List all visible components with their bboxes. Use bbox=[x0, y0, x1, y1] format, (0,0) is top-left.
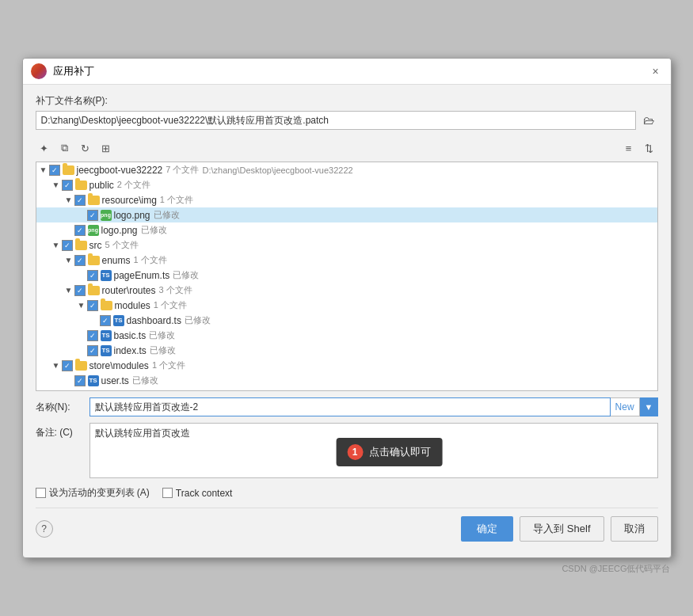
name-input-wrapper: New ▼ bbox=[89, 397, 658, 416]
item-count: 1 个文件 bbox=[152, 359, 185, 371]
root-checkbox[interactable]: ✓ bbox=[49, 165, 60, 176]
arrow-icon bbox=[78, 271, 87, 279]
app-icon bbox=[31, 63, 47, 79]
filter-button[interactable]: ≡ bbox=[620, 139, 638, 157]
root-path: D:\zhang\Desktop\jeecgboot-vue32222 bbox=[202, 165, 352, 175]
item-count: 1 个文件 bbox=[154, 299, 187, 311]
item-checkbox[interactable]: ✓ bbox=[74, 285, 86, 296]
item-name: logo.png bbox=[114, 210, 150, 221]
item-checkbox[interactable]: ✓ bbox=[74, 375, 86, 386]
ts-icon: TS bbox=[101, 270, 112, 281]
active-changelist-checkbox[interactable]: 设为活动的变更列表 (A) bbox=[36, 486, 150, 500]
check-box-icon[interactable] bbox=[36, 488, 46, 498]
item-checkbox[interactable]: ✓ bbox=[74, 225, 86, 236]
patch-file-label: 补丁文件名称(P): bbox=[36, 94, 658, 108]
track-context-label: Track context bbox=[176, 488, 233, 499]
item-checkbox[interactable]: ✓ bbox=[87, 270, 98, 281]
tooltip-overlay: 1 点击确认即可 bbox=[336, 438, 442, 466]
expand-button[interactable]: ⊞ bbox=[97, 139, 115, 157]
arrow-icon: ▼ bbox=[52, 361, 62, 370]
folder-icon bbox=[88, 256, 100, 265]
folder-icon bbox=[75, 361, 87, 371]
item-checkbox[interactable]: ✓ bbox=[62, 240, 73, 251]
copy-button[interactable]: ⧉ bbox=[56, 139, 74, 157]
track-context-checkbox[interactable]: Track context bbox=[162, 488, 233, 499]
help-button[interactable]: ? bbox=[36, 520, 53, 538]
tree-item[interactable]: ✓ TS dashboard.ts 已修改 bbox=[36, 313, 657, 328]
tree-item[interactable]: ▼ ✓ public 2 个文件 bbox=[36, 177, 657, 192]
file-tree-toolbar: ✦ ⧉ ↻ ⊞ ≡ ⇅ bbox=[36, 138, 658, 158]
item-checkbox[interactable]: ✓ bbox=[87, 345, 98, 356]
tree-item[interactable]: ✓ TS user.ts 已修改 bbox=[36, 373, 657, 388]
dialog-title: 应用补丁 bbox=[53, 64, 94, 78]
item-checkbox[interactable]: ✓ bbox=[74, 255, 86, 266]
name-row: 名称(N): New ▼ bbox=[36, 397, 658, 416]
title-bar-left: 应用补丁 bbox=[31, 63, 94, 79]
item-name: router\routes bbox=[102, 285, 156, 296]
arrow-icon: ▼ bbox=[52, 241, 62, 249]
item-count: 3 个文件 bbox=[159, 284, 192, 296]
arrow-icon: ▼ bbox=[40, 165, 49, 174]
title-bar: 应用补丁 × bbox=[23, 59, 671, 85]
item-checkbox[interactable]: ✓ bbox=[87, 300, 98, 311]
check-box-icon[interactable] bbox=[162, 488, 173, 498]
browse-folder-button[interactable]: 🗁 bbox=[639, 111, 658, 130]
item-name: public bbox=[89, 180, 114, 191]
arrow-icon: ▼ bbox=[65, 196, 74, 204]
remark-label: 备注: (C) bbox=[36, 423, 83, 439]
item-status: 已修改 bbox=[185, 314, 211, 326]
item-name: basic.ts bbox=[114, 330, 147, 341]
item-checkbox[interactable]: ✓ bbox=[62, 180, 73, 191]
item-status: 已修改 bbox=[173, 269, 199, 281]
tree-item[interactable]: ▼ ✓ store\modules 1 个文件 bbox=[36, 358, 657, 373]
arrow-icon bbox=[90, 316, 100, 325]
tree-item[interactable]: ✓ TS index.ts 已修改 bbox=[36, 343, 657, 358]
item-checkbox[interactable]: ✓ bbox=[87, 330, 98, 341]
file-path-input[interactable] bbox=[36, 111, 636, 130]
item-name: user.ts bbox=[101, 375, 129, 386]
item-name: dashboard.ts bbox=[127, 315, 181, 326]
folder-icon bbox=[101, 301, 112, 310]
item-count: 1 个文件 bbox=[134, 254, 167, 266]
bottom-section: 名称(N): New ▼ 备注: (C) 默认跳转应用首页改造 1 点击确认即可 bbox=[36, 391, 658, 548]
tree-root[interactable]: ▼ ✓ jeecgboot-vue32222 7 个文件 D:\zhang\De… bbox=[36, 162, 657, 177]
tree-item[interactable]: ✓ png logo.png 已修改 bbox=[36, 207, 657, 222]
item-checkbox[interactable]: ✓ bbox=[100, 315, 111, 326]
shelf-button[interactable]: 导入到 Shelf bbox=[520, 516, 604, 542]
tree-item[interactable]: ✓ png logo.png 已修改 bbox=[36, 222, 657, 238]
item-count: 2 个文件 bbox=[117, 179, 150, 191]
button-row: ? 确定 导入到 Shelf 取消 bbox=[36, 508, 658, 542]
item-name: pageEnum.ts bbox=[114, 270, 170, 281]
pin-button[interactable]: ✦ bbox=[36, 139, 53, 157]
folder-icon bbox=[75, 241, 87, 250]
sort-button[interactable]: ⇅ bbox=[641, 139, 658, 157]
cancel-button[interactable]: 取消 bbox=[611, 516, 658, 542]
confirm-button[interactable]: 确定 bbox=[461, 516, 513, 542]
item-checkbox[interactable]: ✓ bbox=[87, 210, 98, 221]
tooltip-number: 1 bbox=[347, 444, 363, 460]
item-checkbox[interactable]: ✓ bbox=[62, 360, 73, 371]
png-icon: png bbox=[101, 210, 112, 221]
tree-item[interactable]: ▼ ✓ enums 1 个文件 bbox=[36, 253, 657, 268]
refresh-button[interactable]: ↻ bbox=[77, 139, 94, 157]
name-input[interactable] bbox=[89, 397, 611, 416]
item-checkbox[interactable]: ✓ bbox=[74, 195, 86, 206]
tree-item[interactable]: ▼ ✓ resource\img 1 个文件 bbox=[36, 192, 657, 207]
tree-item[interactable]: ▼ ✓ router\routes 3 个文件 bbox=[36, 283, 657, 298]
tree-item[interactable]: ✓ TS basic.ts 已修改 bbox=[36, 328, 657, 343]
item-name: logo.png bbox=[101, 225, 138, 236]
tree-item[interactable]: ▼ ✓ src 5 个文件 bbox=[36, 238, 657, 253]
item-name: store\modules bbox=[89, 360, 149, 371]
file-path-row: 🗁 bbox=[36, 111, 658, 130]
item-count: 1 个文件 bbox=[160, 194, 193, 206]
file-tree[interactable]: ▼ ✓ jeecgboot-vue32222 7 个文件 D:\zhang\De… bbox=[36, 162, 658, 391]
checkbox-row: 设为活动的变更列表 (A) Track context bbox=[36, 486, 658, 500]
arrow-icon: ▼ bbox=[65, 286, 74, 295]
tree-item[interactable]: ✓ TS pageEnum.ts 已修改 bbox=[36, 268, 657, 283]
close-button[interactable]: × bbox=[649, 64, 663, 78]
item-status: 已修改 bbox=[150, 344, 176, 356]
arrow-icon bbox=[78, 211, 87, 219]
tree-item[interactable]: ▼ ✓ modules 1 个文件 bbox=[36, 298, 657, 313]
name-dropdown-button[interactable]: ▼ bbox=[640, 397, 658, 416]
item-status: 已修改 bbox=[154, 209, 180, 221]
